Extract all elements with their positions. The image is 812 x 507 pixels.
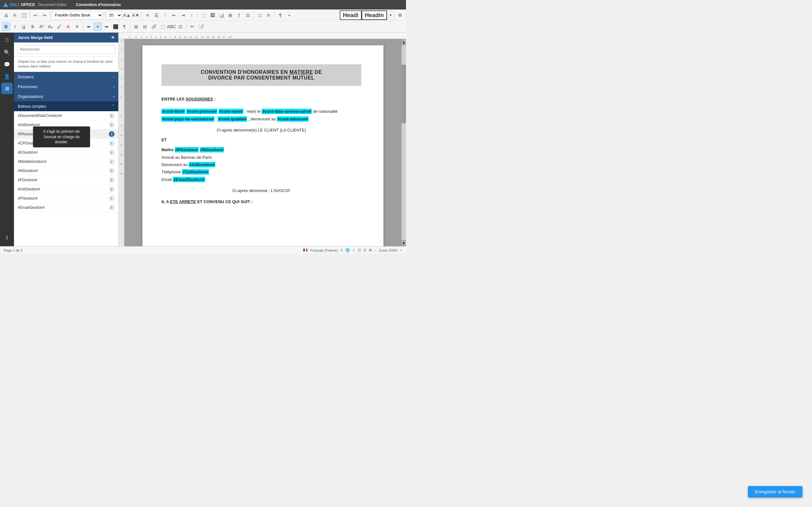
- scrollbar-up-button[interactable]: ▲: [402, 39, 406, 45]
- language-dropdown-icon[interactable]: ∧: [340, 248, 343, 252]
- track-changes-button[interactable]: ✏: [188, 22, 196, 31]
- settings-button[interactable]: ⚙: [396, 11, 404, 19]
- copy-button[interactable]: ⎘: [11, 11, 19, 19]
- layout-icon[interactable]: ⊞: [369, 248, 372, 252]
- insert-dropcap-button[interactable]: ⊡: [244, 11, 252, 19]
- field-info-10[interactable]: i: [109, 205, 114, 210]
- field-info-9[interactable]: i: [109, 195, 114, 201]
- align-justify-button[interactable]: ⬛: [111, 22, 119, 31]
- track-changes-icon[interactable]: ☑: [358, 248, 361, 252]
- font-increase-button[interactable]: A▲: [123, 11, 131, 19]
- redo-button[interactable]: ↪: [40, 11, 49, 19]
- scrollbar-down-button[interactable]: ▼: [402, 240, 406, 246]
- doc-et: ET: [161, 137, 361, 142]
- scrollbar-track[interactable]: [402, 45, 406, 240]
- panel-section-organisations[interactable]: Organisations ›: [14, 92, 118, 101]
- panel-section-dossiers[interactable]: Dossiers ›: [14, 72, 118, 82]
- align-left-button[interactable]: ⬅: [85, 22, 93, 31]
- clear-format-button[interactable]: ◻: [256, 11, 264, 19]
- insert-frame-button[interactable]: ⬚: [200, 11, 208, 19]
- view-mode-icon[interactable]: ⊡: [363, 248, 366, 252]
- font-color-button[interactable]: A: [64, 22, 72, 31]
- globe-icon[interactable]: 🌐: [345, 248, 350, 252]
- list-number-button[interactable]: ☰: [152, 11, 160, 19]
- field-row-0[interactable]: #DocumentDateCreation# i: [14, 111, 118, 120]
- clear-formatting-button[interactable]: ✕: [73, 22, 81, 31]
- field-info-1[interactable]: i: [109, 122, 114, 128]
- field-info-6[interactable]: i: [109, 168, 114, 174]
- undo-button[interactable]: ↩: [32, 11, 40, 19]
- field-info-8[interactable]: i: [109, 186, 114, 192]
- field-row-5[interactable]: #MobileGestion# i: [14, 157, 118, 166]
- sidebar-search-icon[interactable]: 🔍: [1, 47, 13, 58]
- field-info-2[interactable]: i: [109, 131, 114, 137]
- zoom-in-icon[interactable]: +: [400, 248, 402, 252]
- heading-dropdown[interactable]: ▾: [387, 10, 394, 20]
- review-button[interactable]: 📝: [197, 22, 205, 31]
- field-info-4[interactable]: i: [109, 150, 114, 155]
- table-button[interactable]: ⊟: [141, 22, 149, 31]
- copyformat-button[interactable]: ⎘: [264, 11, 273, 19]
- line-spacing-button[interactable]: ↕: [188, 11, 196, 19]
- compare-button[interactable]: ⊡: [176, 22, 185, 31]
- list-multiline-button[interactable]: ⋮: [161, 11, 169, 19]
- paragraph-settings-button[interactable]: ¶: [120, 22, 129, 31]
- highlight-button[interactable]: 🖊: [55, 22, 63, 31]
- field-row-7[interactable]: #FGestion# i: [14, 176, 118, 185]
- spellcheck-button[interactable]: ABC: [167, 22, 176, 31]
- panel-section-balises[interactable]: Balises simples ˅: [14, 101, 118, 111]
- print-button[interactable]: 🖨: [2, 11, 10, 19]
- indent-decrease-button[interactable]: ⇤: [170, 11, 178, 19]
- zoom-out-icon[interactable]: −: [374, 248, 376, 252]
- heading2-button[interactable]: Headin: [362, 10, 387, 20]
- field-info-7[interactable]: i: [109, 177, 114, 183]
- field-row-10[interactable]: #EmailGestion# i: [14, 203, 118, 212]
- sidebar-comment-icon[interactable]: 💬: [1, 59, 13, 70]
- field-row-2[interactable]: #PAvocat# i Il s'agit du prénom de l'avo…: [14, 130, 118, 139]
- more-insert-button[interactable]: +: [285, 11, 293, 19]
- columns-button[interactable]: ⊞: [132, 22, 140, 31]
- field-info-5[interactable]: i: [109, 159, 114, 164]
- field-info-3[interactable]: i: [109, 140, 114, 146]
- list-bullet-button[interactable]: ≡: [143, 11, 152, 19]
- spellcheck-icon[interactable]: ✓: [352, 248, 355, 252]
- paste-button[interactable]: 📋: [20, 11, 28, 19]
- vertical-scrollbar[interactable]: ▲ ▼: [402, 39, 406, 246]
- subscript-button[interactable]: A₂: [46, 22, 55, 31]
- avocat-line-3: Demeurant au #AdGestion#: [161, 161, 361, 168]
- textbox-button[interactable]: ⬚: [159, 22, 167, 31]
- superscript-button[interactable]: A²: [38, 22, 46, 31]
- sidebar-info-icon[interactable]: ℹ: [1, 232, 13, 243]
- field-row-8[interactable]: #InitGestion# i: [14, 185, 118, 194]
- insert-image-button[interactable]: 🖼: [208, 11, 217, 19]
- bold-button[interactable]: B: [2, 22, 10, 31]
- link-button[interactable]: 🔗: [150, 22, 158, 31]
- maitre-text: Maître: [161, 147, 173, 152]
- sidebar-merge-icon[interactable]: ⊞: [1, 83, 13, 94]
- insert-formula-button[interactable]: ƒ: [235, 11, 243, 19]
- italic-button[interactable]: I: [11, 22, 19, 31]
- field-row-6[interactable]: #NGestion# i: [14, 166, 118, 176]
- heading1-button[interactable]: Headi: [340, 10, 362, 20]
- insert-table-button[interactable]: ⊞: [226, 11, 235, 19]
- font-decrease-button[interactable]: A▼: [132, 11, 140, 19]
- sidebar-user-icon[interactable]: 👤: [1, 71, 13, 82]
- strikethrough-button[interactable]: S: [29, 22, 37, 31]
- field-row-9[interactable]: #PGestion# i: [14, 194, 118, 203]
- font-select[interactable]: Franklin Gothic Book: [52, 11, 103, 19]
- insert-chart-button[interactable]: 📊: [217, 11, 225, 19]
- indent-increase-button[interactable]: ⇥: [179, 11, 187, 19]
- field-row-4[interactable]: #EGestion# i: [14, 148, 118, 157]
- font-size-select[interactable]: 20: [106, 11, 122, 19]
- align-center-button[interactable]: ≡: [94, 22, 102, 31]
- align-right-button[interactable]: ➡: [102, 22, 111, 31]
- field-info-0[interactable]: i: [109, 113, 114, 118]
- sidebar-file-icon[interactable]: 🗋: [1, 35, 13, 46]
- underline-button[interactable]: U: [20, 22, 28, 31]
- document-area[interactable]: CONVENTION D'HONORAIRES EN MATIERE DE DI…: [124, 39, 402, 246]
- panel-section-personnes[interactable]: Personnes ›: [14, 82, 118, 92]
- paragraph-marks-button[interactable]: ¶: [276, 11, 285, 19]
- panel-search-input[interactable]: [17, 45, 115, 54]
- panel-close-icon[interactable]: ✕: [111, 35, 114, 40]
- scrollbar-thumb[interactable]: [402, 65, 406, 123]
